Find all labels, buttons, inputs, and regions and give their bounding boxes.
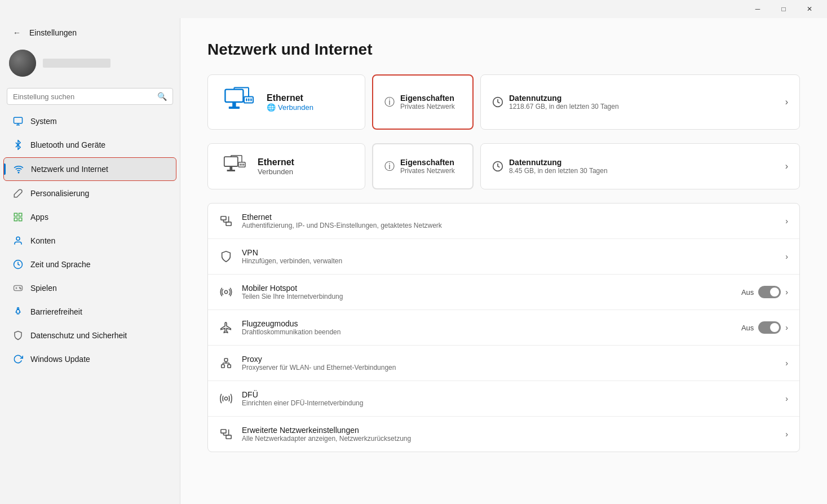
ethernet2-main-card: Ethernet Verbunden — [207, 143, 365, 189]
sidebar-item-time-label: Zeit und Sprache — [30, 260, 91, 269]
list-item-dfu-title: DFÜ — [242, 390, 363, 399]
ethernet2-properties-card[interactable]: ⓘ Eigenschaften Privates Netzwerk — [372, 143, 474, 189]
list-item-proxy-right: › — [785, 359, 788, 368]
info2-icon: ⓘ — [384, 160, 395, 173]
dfu-list-icon — [219, 392, 233, 405]
svg-rect-7 — [14, 218, 17, 221]
search-input[interactable] — [13, 92, 154, 101]
ethernet1-properties-card[interactable]: ⓘ Eigenschaften Privates Netzwerk — [372, 74, 474, 130]
svg-rect-23 — [250, 99, 251, 101]
list-item-airplane[interactable]: Flugzeugmodus Drahtloskommunikation been… — [208, 310, 799, 346]
ethernet1-data-label: Datennutzung — [509, 94, 619, 103]
svg-point-3 — [18, 172, 19, 173]
list-item-dfu[interactable]: DFÜ Einrichten einer DFÜ-Internetverbind… — [208, 381, 799, 417]
search-box[interactable]: 🔍 — [7, 88, 173, 105]
list-item-advanced-right: › — [785, 430, 788, 439]
sidebar-item-network[interactable]: Netzwerk und Internet — [3, 157, 176, 181]
hotspot-toggle[interactable] — [758, 286, 781, 298]
list-item-airplane-text: Flugzeugmodus Drahtloskommunikation been… — [242, 319, 340, 336]
clock-icon — [12, 259, 24, 270]
update-icon — [12, 353, 24, 365]
bluetooth-icon — [12, 139, 24, 151]
list-item-advanced-text: Erweiterte Netzwerkeinstellungen Alle Ne… — [242, 426, 411, 443]
list-item-hotspot-title: Mobiler Hotspot — [242, 284, 343, 293]
sidebar-item-privacy-label: Datenschutz und Sicherheit — [30, 331, 127, 340]
accessibility-icon — [12, 306, 24, 317]
advanced-network-list-icon — [219, 427, 233, 441]
svg-rect-40 — [221, 216, 226, 220]
list-item-ethernet[interactable]: Ethernet Authentifizierung, IP- und DNS-… — [208, 204, 799, 239]
list-item-vpn[interactable]: VPN Hinzufügen, verbinden, verwalten › — [208, 239, 799, 275]
vpn-list-icon — [219, 250, 233, 263]
svg-rect-46 — [222, 365, 225, 368]
sidebar-item-time[interactable]: Zeit und Sprache — [3, 253, 176, 276]
chevron-advanced-icon: › — [785, 430, 788, 439]
ethernet2-data-info: Datennutzung 8.45 GB, in den letzten 30 … — [509, 158, 608, 175]
sidebar-item-privacy[interactable]: Datenschutz und Sicherheit — [3, 324, 176, 347]
list-item-hotspot-right: Aus › — [741, 286, 788, 298]
shield-icon — [12, 330, 24, 341]
sidebar-item-personalization[interactable]: Personalisierung — [3, 182, 176, 205]
sidebar-item-accessibility[interactable]: Barrierefreiheit — [3, 300, 176, 323]
active-indicator — [4, 163, 6, 175]
sidebar-item-apps[interactable]: Apps — [3, 206, 176, 228]
list-item-hotspot[interactable]: Mobiler Hotspot Teilen Sie Ihre Internet… — [208, 275, 799, 310]
list-item-proxy[interactable]: Proxy Proxyserver für WLAN- und Ethernet… — [208, 346, 799, 381]
settings-list: Ethernet Authentifizierung, IP- und DNS-… — [207, 203, 800, 452]
minimize-button[interactable]: ─ — [745, 0, 771, 18]
ethernet1-data-card[interactable]: Datennutzung 1218.67 GB, in den letzten … — [480, 74, 800, 130]
sidebar-item-bluetooth-label: Bluetooth und Geräte — [30, 140, 105, 149]
svg-point-15 — [17, 308, 19, 310]
chevron-airplane-icon: › — [785, 323, 788, 332]
search-icon: 🔍 — [157, 92, 167, 101]
svg-rect-48 — [224, 359, 228, 362]
close-button[interactable]: ✕ — [797, 0, 822, 18]
ethernet2-data-label: Datennutzung — [509, 158, 608, 167]
ethernet2-data-card[interactable]: Datennutzung 8.45 GB, in den letzten 30 … — [480, 143, 800, 189]
list-item-vpn-right: › — [785, 252, 788, 261]
apps-icon — [12, 211, 24, 223]
ethernet1-row: Ethernet 🌐 Verbunden ⓘ Eigenschaften Pri… — [207, 74, 800, 130]
list-item-vpn-text: VPN Hinzufügen, verbinden, verwalten — [242, 248, 342, 265]
hotspot-list-icon — [219, 285, 233, 299]
app-container: ← Einstellungen 🔍 System Bluetooth und G… — [0, 18, 827, 504]
airplane-toggle[interactable] — [758, 321, 781, 334]
svg-rect-0 — [14, 117, 23, 123]
list-item-ethernet-right: › — [785, 216, 788, 226]
svg-rect-35 — [243, 163, 244, 166]
sidebar-item-accessibility-label: Barrierefreiheit — [30, 307, 82, 316]
ethernet2-prop-sub: Privates Netzwerk — [400, 167, 455, 175]
svg-rect-55 — [226, 435, 231, 439]
svg-rect-33 — [240, 163, 241, 166]
monitor-icon — [12, 116, 24, 127]
list-item-proxy-sub: Proxyserver für WLAN- und Ethernet-Verbi… — [242, 364, 396, 372]
airplane-list-icon — [219, 321, 233, 334]
svg-point-8 — [16, 237, 20, 240]
chevron-right2-icon: › — [785, 161, 788, 171]
list-item-vpn-title: VPN — [242, 248, 342, 257]
sidebar-item-update[interactable]: Windows Update — [3, 348, 176, 370]
ethernet1-prop-info: Eigenschaften Privates Netzwerk — [400, 94, 455, 110]
ethernet2-status: Verbunden — [258, 167, 294, 176]
ethernet-list-icon — [219, 214, 233, 228]
list-item-advanced[interactable]: Erweiterte Netzwerkeinstellungen Alle Ne… — [208, 417, 799, 452]
sidebar-item-system[interactable]: System — [3, 110, 176, 132]
ethernet1-status: 🌐 Verbunden — [267, 103, 313, 112]
svg-rect-18 — [229, 107, 240, 109]
sidebar-item-apps-label: Apps — [30, 213, 48, 222]
sidebar-item-gaming[interactable]: Spielen — [3, 277, 176, 299]
sidebar-header: ← Einstellungen — [0, 18, 180, 45]
svg-rect-16 — [225, 90, 243, 102]
chevron-right-icon: › — [785, 97, 788, 107]
svg-rect-28 — [224, 157, 238, 166]
sidebar: ← Einstellungen 🔍 System Bluetooth und G… — [0, 18, 180, 504]
proxy-list-icon — [219, 356, 233, 370]
sidebar-item-bluetooth[interactable]: Bluetooth und Geräte — [3, 134, 176, 156]
sidebar-item-accounts[interactable]: Konten — [3, 229, 176, 252]
maximize-button[interactable]: □ — [771, 0, 797, 18]
ethernet1-info: Ethernet 🌐 Verbunden — [267, 93, 313, 112]
svg-rect-4 — [14, 213, 17, 216]
data-usage2-icon — [492, 161, 503, 172]
list-item-airplane-title: Flugzeugmodus — [242, 319, 340, 328]
back-button[interactable]: ← — [9, 25, 25, 41]
